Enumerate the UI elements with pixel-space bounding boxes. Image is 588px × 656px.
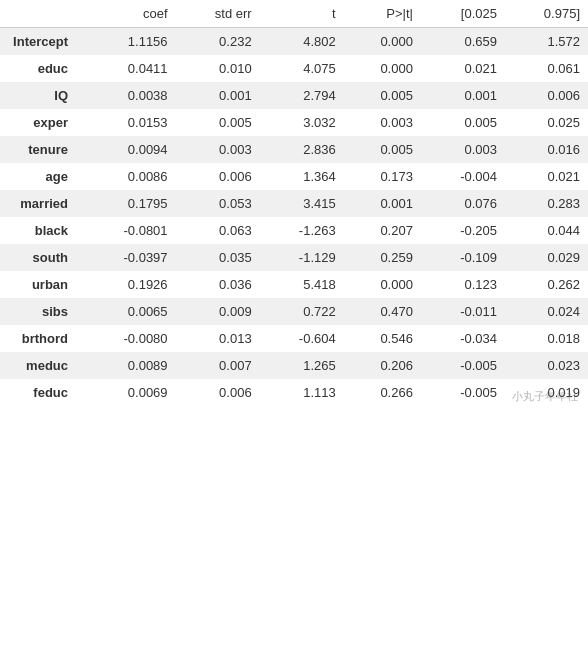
cell-value: 0.000 xyxy=(344,28,421,56)
col-header-ci-high: 0.975] xyxy=(505,0,588,28)
watermark-text: 小丸子年年社 xyxy=(512,389,578,404)
cell-value: -0.205 xyxy=(421,217,505,244)
cell-value: 0.206 xyxy=(344,352,421,379)
cell-value: -0.0397 xyxy=(80,244,176,271)
cell-value: 0.063 xyxy=(176,217,260,244)
row-label: south xyxy=(0,244,80,271)
cell-value: 0.005 xyxy=(344,136,421,163)
row-label: brthord xyxy=(0,325,80,352)
cell-value: 0.0069 xyxy=(80,379,176,406)
cell-value: 0.016 xyxy=(505,136,588,163)
cell-value: 3.032 xyxy=(260,109,344,136)
cell-value: 0.232 xyxy=(176,28,260,56)
cell-value: 0.1926 xyxy=(80,271,176,298)
cell-value: 0.029 xyxy=(505,244,588,271)
cell-value: 0.023 xyxy=(505,352,588,379)
col-header-stderr: std err xyxy=(176,0,260,28)
cell-value: 0.0086 xyxy=(80,163,176,190)
cell-value: 0.0094 xyxy=(80,136,176,163)
cell-value: -0.0801 xyxy=(80,217,176,244)
cell-value: 0.262 xyxy=(505,271,588,298)
table-row: age0.00860.0061.3640.173-0.0040.021 xyxy=(0,163,588,190)
cell-value: 1.364 xyxy=(260,163,344,190)
cell-value: 0.722 xyxy=(260,298,344,325)
cell-value: 1.572 xyxy=(505,28,588,56)
col-header-ci-low: [0.025 xyxy=(421,0,505,28)
table-row: exper0.01530.0053.0320.0030.0050.025 xyxy=(0,109,588,136)
cell-value: 3.415 xyxy=(260,190,344,217)
cell-value: 0.546 xyxy=(344,325,421,352)
table-row: tenure0.00940.0032.8360.0050.0030.016 xyxy=(0,136,588,163)
table-row: educ0.04110.0104.0750.0000.0210.061 xyxy=(0,55,588,82)
row-label: meduc xyxy=(0,352,80,379)
table-row: brthord-0.00800.013-0.6040.546-0.0340.01… xyxy=(0,325,588,352)
cell-value: 0.025 xyxy=(505,109,588,136)
cell-value: 1.113 xyxy=(260,379,344,406)
table-row: meduc0.00890.0071.2650.206-0.0050.023 xyxy=(0,352,588,379)
cell-value: 0.010 xyxy=(176,55,260,82)
cell-value: 0.003 xyxy=(344,109,421,136)
cell-value: 0.283 xyxy=(505,190,588,217)
col-header-t: t xyxy=(260,0,344,28)
cell-value: 0.123 xyxy=(421,271,505,298)
cell-value: 0.013 xyxy=(176,325,260,352)
table-row: urban0.19260.0365.4180.0000.1230.262 xyxy=(0,271,588,298)
cell-value: 2.794 xyxy=(260,82,344,109)
col-header-p: P>|t| xyxy=(344,0,421,28)
cell-value: 0.0038 xyxy=(80,82,176,109)
cell-value: 1.1156 xyxy=(80,28,176,56)
cell-value: -0.005 xyxy=(421,379,505,406)
table-row: sibs0.00650.0090.7220.470-0.0110.024 xyxy=(0,298,588,325)
row-label: married xyxy=(0,190,80,217)
cell-value: -0.109 xyxy=(421,244,505,271)
row-label: exper xyxy=(0,109,80,136)
cell-value: -1.263 xyxy=(260,217,344,244)
cell-value: 1.265 xyxy=(260,352,344,379)
cell-value: 0.005 xyxy=(176,109,260,136)
row-label: urban xyxy=(0,271,80,298)
cell-value: 0.035 xyxy=(176,244,260,271)
cell-value: 0.044 xyxy=(505,217,588,244)
row-label: tenure xyxy=(0,136,80,163)
table-row: Intercept1.11560.2324.8020.0000.6591.572 xyxy=(0,28,588,56)
row-label: feduc xyxy=(0,379,80,406)
cell-value: 0.076 xyxy=(421,190,505,217)
cell-value: 0.003 xyxy=(421,136,505,163)
cell-value: 0.0411 xyxy=(80,55,176,82)
cell-value: 0.021 xyxy=(505,163,588,190)
row-label: educ xyxy=(0,55,80,82)
cell-value: 0.001 xyxy=(176,82,260,109)
cell-value: 0.006 xyxy=(176,379,260,406)
cell-value: 5.418 xyxy=(260,271,344,298)
cell-value: -0.011 xyxy=(421,298,505,325)
table-row: married0.17950.0533.4150.0010.0760.283 xyxy=(0,190,588,217)
cell-value: -0.0080 xyxy=(80,325,176,352)
row-label: sibs xyxy=(0,298,80,325)
cell-value: 4.802 xyxy=(260,28,344,56)
cell-value: 0.053 xyxy=(176,190,260,217)
cell-value: 0.207 xyxy=(344,217,421,244)
table-row: black-0.08010.063-1.2630.207-0.2050.044 xyxy=(0,217,588,244)
cell-value: 0.0065 xyxy=(80,298,176,325)
table-row: feduc0.00690.0061.1130.266-0.0050.019 xyxy=(0,379,588,406)
cell-value: 0.266 xyxy=(344,379,421,406)
cell-value: 0.005 xyxy=(421,109,505,136)
col-header-name xyxy=(0,0,80,28)
cell-value: 0.003 xyxy=(176,136,260,163)
row-label: Intercept xyxy=(0,28,80,56)
cell-value: 4.075 xyxy=(260,55,344,82)
cell-value: 0.659 xyxy=(421,28,505,56)
cell-value: 0.009 xyxy=(176,298,260,325)
cell-value: -1.129 xyxy=(260,244,344,271)
regression-table: coef std err t P>|t| [0.025 0.975] Inter… xyxy=(0,0,588,406)
cell-value: -0.604 xyxy=(260,325,344,352)
cell-value: -0.034 xyxy=(421,325,505,352)
row-label: age xyxy=(0,163,80,190)
cell-value: 0.006 xyxy=(176,163,260,190)
cell-value: 0.1795 xyxy=(80,190,176,217)
cell-value: 0.001 xyxy=(421,82,505,109)
cell-value: 0.007 xyxy=(176,352,260,379)
row-label: IQ xyxy=(0,82,80,109)
table-row: south-0.03970.035-1.1290.259-0.1090.029 xyxy=(0,244,588,271)
cell-value: 0.000 xyxy=(344,55,421,82)
